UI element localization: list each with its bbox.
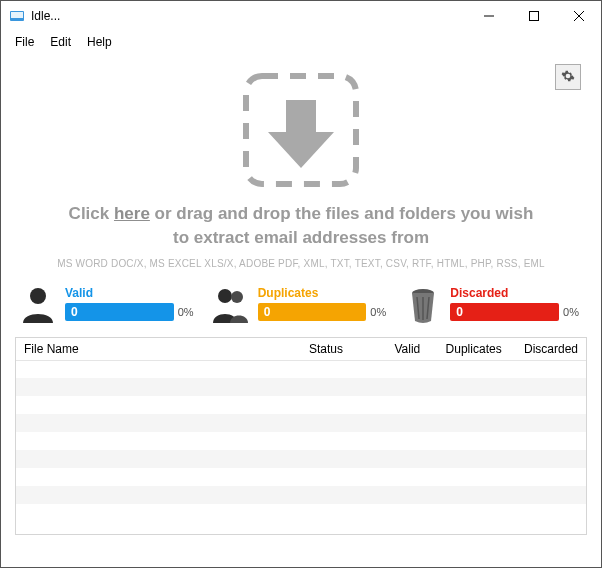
close-button[interactable] <box>556 1 601 31</box>
table-row <box>16 432 586 450</box>
minimize-button[interactable] <box>466 1 511 31</box>
app-icon <box>9 8 25 24</box>
valid-percent: 0% <box>178 306 200 318</box>
table-row <box>16 486 586 504</box>
duplicates-value: 0 <box>264 305 271 319</box>
stat-duplicates: Duplicates 0 0% <box>210 283 393 325</box>
valid-value: 0 <box>71 305 78 319</box>
table-row <box>16 504 586 522</box>
duplicates-label: Duplicates <box>258 286 393 300</box>
svg-rect-1 <box>11 12 23 18</box>
menubar: File Edit Help <box>1 31 601 52</box>
discarded-bar: 0 <box>450 303 559 321</box>
stat-discarded: Discarded 0 0% <box>402 283 585 325</box>
supported-formats: MS WORD DOC/X, MS EXCEL XLS/X, ADOBE PDF… <box>15 258 587 269</box>
drop-instruction: Click here or drag and drop the files an… <box>15 202 587 250</box>
instruction-line2: to extract email addresses from <box>173 228 429 247</box>
drop-zone[interactable]: Click here or drag and drop the files an… <box>15 62 587 269</box>
gear-icon <box>561 69 575 86</box>
menu-file[interactable]: File <box>7 33 42 51</box>
people-icon <box>210 283 252 325</box>
col-status[interactable]: Status <box>301 338 372 361</box>
stats-row: Valid 0 0% Duplicates 0 0% <box>15 283 587 325</box>
menu-help[interactable]: Help <box>79 33 120 51</box>
table-row <box>16 360 586 378</box>
svg-point-9 <box>231 291 243 303</box>
instruction-prefix: Click <box>69 204 114 223</box>
col-duplicates[interactable]: Duplicates <box>428 338 509 361</box>
col-discarded[interactable]: Discarded <box>510 338 586 361</box>
col-valid[interactable]: Valid <box>372 338 428 361</box>
titlebar: Idle... <box>1 1 601 31</box>
discarded-value: 0 <box>456 305 463 319</box>
stat-valid: Valid 0 0% <box>17 283 200 325</box>
table-body <box>16 360 586 522</box>
person-icon <box>17 283 59 325</box>
svg-point-8 <box>218 289 232 303</box>
col-filename[interactable]: File Name <box>16 338 301 361</box>
instruction-line1: or drag and drop the files and folders y… <box>150 204 534 223</box>
table-row <box>16 450 586 468</box>
maximize-button[interactable] <box>511 1 556 31</box>
menu-edit[interactable]: Edit <box>42 33 79 51</box>
table-row <box>16 468 586 486</box>
window-controls <box>466 1 601 31</box>
table-header-row: File Name Status Valid Duplicates Discar… <box>16 338 586 361</box>
drop-icon <box>236 70 366 190</box>
valid-label: Valid <box>65 286 200 300</box>
svg-point-7 <box>30 288 46 304</box>
settings-button[interactable] <box>555 64 581 90</box>
here-link[interactable]: here <box>114 204 150 223</box>
file-table[interactable]: File Name Status Valid Duplicates Discar… <box>15 337 587 535</box>
main-content: Click here or drag and drop the files an… <box>1 52 601 549</box>
duplicates-bar: 0 <box>258 303 367 321</box>
discarded-percent: 0% <box>563 306 585 318</box>
window-title: Idle... <box>31 9 466 23</box>
svg-rect-3 <box>529 12 538 21</box>
discarded-label: Discarded <box>450 286 585 300</box>
valid-bar: 0 <box>65 303 174 321</box>
trash-icon <box>402 283 444 325</box>
table-row <box>16 378 586 396</box>
table-row <box>16 414 586 432</box>
duplicates-percent: 0% <box>370 306 392 318</box>
table-row <box>16 396 586 414</box>
